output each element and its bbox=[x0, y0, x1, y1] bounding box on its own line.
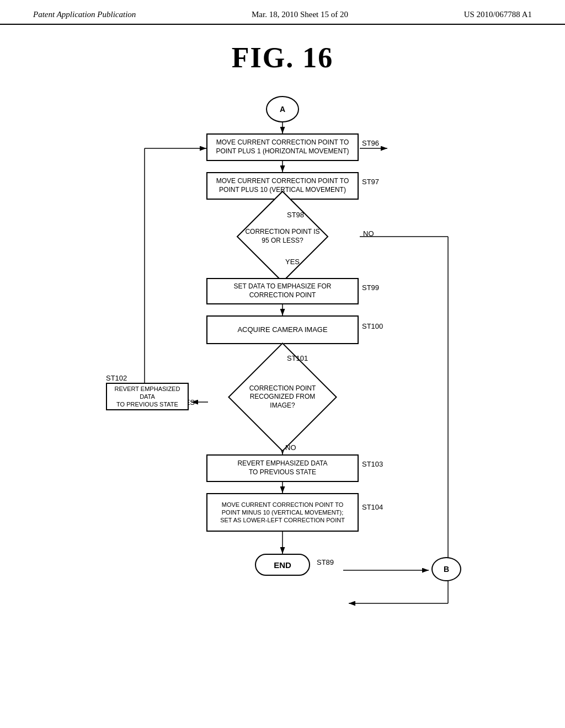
page-header: Patent Application Publication Mar. 18, … bbox=[0, 0, 565, 25]
header-right: US 2010/067788 A1 bbox=[464, 10, 532, 19]
st96-text: MOVE CURRENT CORRECTION POINT TO POINT P… bbox=[216, 138, 349, 156]
st103-text: REVERT EMPHASIZED DATA TO PREVIOUS STATE bbox=[237, 459, 327, 477]
st100-label: ST100 bbox=[362, 322, 383, 330]
no-label-st98: NO bbox=[363, 229, 374, 238]
node-st102: REVERT EMPHASIZED DATA TO PREVIOUS STATE bbox=[106, 383, 189, 410]
st98-text: CORRECTION POINT IS 95 OR LESS? bbox=[241, 228, 324, 245]
st104-text: MOVE CURRENT CORRECTION POINT TO POINT M… bbox=[220, 501, 345, 524]
A-label: A bbox=[280, 105, 285, 114]
st101-label: ST101 bbox=[287, 354, 308, 362]
st99-text: SET DATA TO EMPHASIZE FOR CORRECTION POI… bbox=[234, 282, 332, 299]
diagram-area: FIG. 16 bbox=[0, 25, 565, 708]
figure-title: FIG. 16 bbox=[232, 41, 333, 74]
st97-label: ST97 bbox=[362, 178, 379, 186]
st104-label: ST104 bbox=[362, 503, 383, 511]
st103-label: ST103 bbox=[362, 460, 383, 468]
node-st98: CORRECTION POINT IS 95 OR LESS? bbox=[205, 210, 360, 264]
st102-label: ST102 bbox=[106, 374, 127, 382]
node-B: B bbox=[431, 557, 461, 581]
node-st99: SET DATA TO EMPHASIZE FOR CORRECTION POI… bbox=[206, 278, 359, 304]
node-st96: MOVE CURRENT CORRECTION POINT TO POINT P… bbox=[206, 133, 359, 161]
node-end: END bbox=[255, 554, 310, 576]
node-st104: MOVE CURRENT CORRECTION POINT TO POINT M… bbox=[206, 493, 359, 532]
st89-label: ST89 bbox=[317, 558, 334, 566]
st98-label: ST98 bbox=[287, 211, 304, 219]
st100-text: ACQUIRE CAMERA IMAGE bbox=[237, 325, 327, 335]
st99-label: ST99 bbox=[362, 283, 379, 292]
st101-text: CORRECTION POINT RECOGNIZED FROM IMAGE? bbox=[245, 384, 321, 410]
node-A: A bbox=[266, 96, 299, 122]
st96-label: ST96 bbox=[362, 139, 379, 147]
end-text: END bbox=[274, 560, 291, 570]
node-st103: REVERT EMPHASIZED DATA TO PREVIOUS STATE bbox=[206, 454, 359, 482]
B-label: B bbox=[444, 565, 449, 574]
yes-label-st98: YES bbox=[285, 258, 300, 266]
flowchart: A MOVE CURRENT CORRECTION POINT TO POINT… bbox=[89, 90, 476, 697]
node-st100: ACQUIRE CAMERA IMAGE bbox=[206, 315, 359, 344]
st102-text: REVERT EMPHASIZED DATA TO PREVIOUS STATE bbox=[113, 385, 182, 409]
header-center: Mar. 18, 2010 Sheet 15 of 20 bbox=[252, 10, 348, 19]
no2-label-st101: NO bbox=[285, 443, 296, 452]
node-st101: CORRECTION POINT RECOGNIZED FROM IMAGE? bbox=[205, 353, 360, 441]
header-left: Patent Application Publication bbox=[33, 10, 136, 19]
